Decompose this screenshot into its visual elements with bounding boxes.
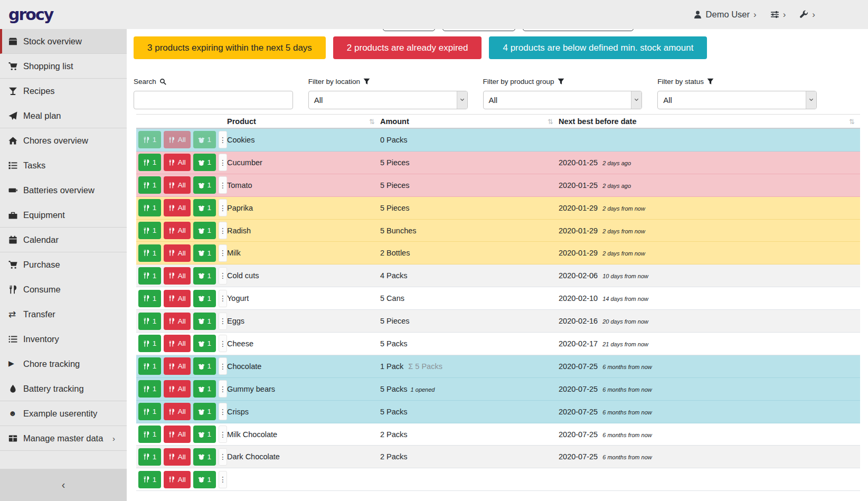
open-one-button[interactable]: 1 xyxy=(193,426,216,443)
sidebar-item-battery-tracking[interactable]: Battery tracking xyxy=(0,376,127,401)
consume-all-button[interactable]: All xyxy=(164,244,190,262)
consume-all-button[interactable]: All xyxy=(164,335,190,352)
consume-one-button[interactable]: 1 xyxy=(138,403,161,420)
consume-one-button[interactable]: 1 xyxy=(138,222,161,239)
location-filter-select[interactable]: All xyxy=(308,91,468,109)
consume-all-button[interactable]: All xyxy=(164,176,190,194)
row-more-button[interactable]: ⋮ xyxy=(219,335,227,352)
consume-all-button[interactable]: All xyxy=(164,290,190,307)
consume-one-button[interactable]: 1 xyxy=(138,290,161,307)
open-one-button[interactable]: 1 xyxy=(193,176,216,194)
open-one-button[interactable]: 1 xyxy=(193,199,216,216)
row-more-button[interactable]: ⋮ xyxy=(219,290,227,307)
app-logo[interactable]: grocy xyxy=(8,5,53,24)
chevron-down-icon xyxy=(457,91,467,109)
consume-all-button[interactable]: All xyxy=(164,403,190,420)
product-group-filter-select[interactable]: All xyxy=(483,91,643,109)
row-more-button[interactable]: ⋮ xyxy=(219,244,227,262)
open-one-button[interactable]: 1 xyxy=(193,335,216,352)
consume-all-button[interactable]: All xyxy=(164,448,190,466)
sidebar-item-manage-master-data[interactable]: Manage master data › xyxy=(0,426,127,451)
open-one-button[interactable]: 1 xyxy=(193,222,216,239)
consume-one-button[interactable]: 1 xyxy=(138,426,161,443)
sidebar-item-meal-plan[interactable]: Meal plan xyxy=(0,103,127,128)
consume-one-button[interactable]: 1 xyxy=(138,335,161,352)
open-one-button[interactable]: 1 xyxy=(193,357,216,375)
row-more-button[interactable]: ⋮ xyxy=(219,403,227,420)
status-banner[interactable]: 2 products are already expired xyxy=(333,36,482,59)
table-row-radish: 1 All 1 ⋮ Radish 5 Bunches 2020-01-29 2 … xyxy=(136,220,860,242)
row-more-button[interactable]: ⋮ xyxy=(219,222,227,239)
consume-all-button[interactable]: All xyxy=(164,222,190,239)
user-menu[interactable]: Demo User › xyxy=(693,10,757,20)
consume-all-button[interactable]: All xyxy=(164,426,190,443)
sidebar-collapse-button[interactable]: ‹ xyxy=(0,469,127,501)
sidebar-item-calendar[interactable]: Calendar xyxy=(0,228,127,252)
consume-all-button[interactable]: All xyxy=(164,267,190,285)
consume-one-button[interactable]: 1 xyxy=(138,313,161,330)
consume-one-button[interactable]: 1 xyxy=(138,244,161,262)
open-one-button[interactable]: 1 xyxy=(193,448,216,466)
consume-one-button[interactable]: 1 xyxy=(138,471,161,488)
row-more-button[interactable]: ⋮ xyxy=(219,267,227,285)
row-more-button[interactable]: ⋮ xyxy=(219,199,227,216)
row-more-button[interactable]: ⋮ xyxy=(219,471,227,488)
consume-all-button[interactable]: All xyxy=(164,199,190,216)
open-one-button[interactable]: 1 xyxy=(193,290,216,307)
sidebar-item-inventory[interactable]: Inventory xyxy=(0,327,127,352)
row-more-button[interactable]: ⋮ xyxy=(219,357,227,375)
settings-menu[interactable]: › xyxy=(770,10,786,19)
sidebar-item-consume[interactable]: Consume xyxy=(0,277,127,302)
open-one-button[interactable]: 1 xyxy=(193,380,216,398)
open-one-button[interactable]: 1 xyxy=(193,244,216,262)
consume-one-button[interactable]: 1 xyxy=(138,199,161,216)
date-relative: 6 months from now xyxy=(602,386,652,393)
sidebar-item-batteries-overview[interactable]: Batteries overview xyxy=(0,178,127,203)
row-more-button[interactable]: ⋮ xyxy=(219,448,227,466)
sidebar-item-equipment[interactable]: Equipment xyxy=(0,203,127,228)
row-more-button[interactable]: ⋮ xyxy=(219,426,227,443)
open-one-button[interactable]: 1 xyxy=(193,403,216,420)
consume-all-button[interactable]: All xyxy=(164,357,190,375)
sidebar-item-example-userentity[interactable]: ☻ Example userentity xyxy=(0,401,127,426)
consume-all-button[interactable]: All xyxy=(164,380,190,398)
consume-one-button[interactable]: 1 xyxy=(138,176,161,194)
admin-menu[interactable]: › xyxy=(799,10,815,19)
sidebar-item-transfer[interactable]: ⇄ Transfer xyxy=(0,302,127,327)
consume-one-button[interactable]: 1 xyxy=(138,154,161,171)
column-header-product[interactable]: Product ⇅ xyxy=(227,117,380,126)
sidebar-item-shopping-list[interactable]: Shopping list xyxy=(0,54,127,79)
open-one-button[interactable]: 1 xyxy=(193,267,216,285)
row-more-button[interactable]: ⋮ xyxy=(219,313,227,330)
consume-one-button[interactable]: 1 xyxy=(138,448,161,466)
column-header-next-best-before-date[interactable]: Next best before date ⇅ xyxy=(559,117,860,126)
consume-one-button[interactable]: 1 xyxy=(138,380,161,398)
open-one-button[interactable]: 1 xyxy=(193,471,216,488)
status-filter-select[interactable]: All xyxy=(657,91,817,109)
sidebar-item-chore-tracking[interactable]: ▶ Chore tracking xyxy=(0,352,127,376)
row-more-button[interactable]: ⋮ xyxy=(219,154,227,171)
sidebar-item-purchase[interactable]: Purchase xyxy=(0,252,127,277)
ellipsis-v-icon: ⋮ xyxy=(219,339,227,348)
consume-all-button[interactable]: All xyxy=(164,471,190,488)
consume-all-button[interactable]: All xyxy=(164,154,190,171)
row-more-button[interactable]: ⋮ xyxy=(219,380,227,398)
row-more-button[interactable]: ⋮ xyxy=(219,131,227,148)
sidebar-item-chores-overview[interactable]: Chores overview xyxy=(0,128,127,153)
open-one-button[interactable]: 1 xyxy=(193,131,216,148)
consume-one-button[interactable]: 1 xyxy=(138,131,161,148)
sidebar-item-stock-overview[interactable]: Stock overview xyxy=(0,29,127,54)
consume-one-button[interactable]: 1 xyxy=(138,357,161,375)
column-header-amount[interactable]: Amount ⇅ xyxy=(380,117,559,126)
sidebar-item-recipes[interactable]: Recipes xyxy=(0,79,127,103)
consume-one-button[interactable]: 1 xyxy=(138,267,161,285)
consume-all-button[interactable]: All xyxy=(164,131,190,148)
status-banner[interactable]: 4 products are below defined min. stock … xyxy=(489,36,707,59)
row-more-button[interactable]: ⋮ xyxy=(219,176,227,194)
open-one-button[interactable]: 1 xyxy=(193,154,216,171)
status-banner[interactable]: 3 products expiring within the next 5 da… xyxy=(134,36,326,59)
sidebar-item-tasks[interactable]: Tasks xyxy=(0,153,127,178)
consume-all-button[interactable]: All xyxy=(164,313,190,330)
open-one-button[interactable]: 1 xyxy=(193,313,216,330)
search-input[interactable] xyxy=(134,91,293,109)
